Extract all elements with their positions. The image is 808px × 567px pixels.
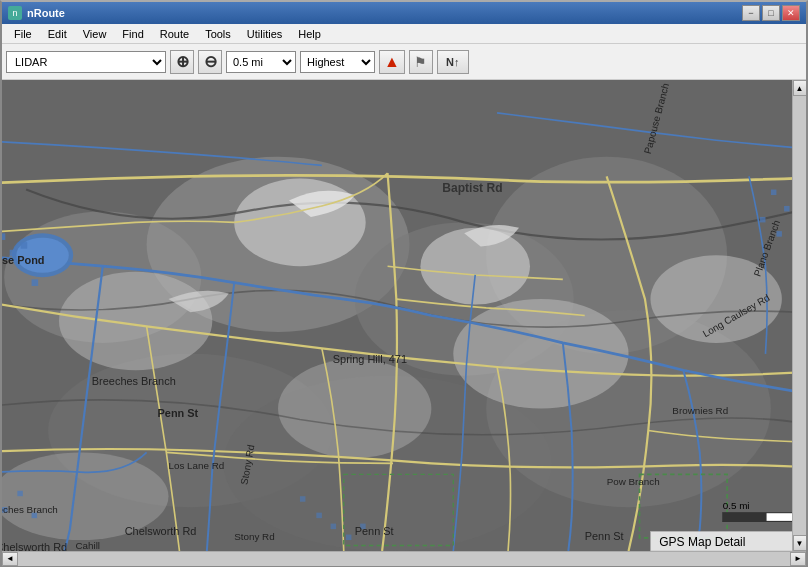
menu-tools[interactable]: Tools: [197, 26, 239, 42]
menu-edit[interactable]: Edit: [40, 26, 75, 42]
zoom-out-button[interactable]: ⊖: [198, 50, 222, 74]
quality-dropdown[interactable]: Lowest Low Medium High Highest: [300, 51, 375, 73]
menu-help[interactable]: Help: [290, 26, 329, 42]
scroll-track-horizontal[interactable]: [18, 552, 790, 566]
svg-text:Breeches Branch: Breeches Branch: [92, 375, 176, 387]
triangle-button[interactable]: ▲: [379, 50, 405, 74]
svg-point-10: [59, 272, 212, 371]
svg-rect-20: [21, 242, 28, 249]
menu-route[interactable]: Route: [152, 26, 197, 42]
svg-text:GPS Map Detail: GPS Map Detail: [659, 535, 745, 549]
svg-text:Penn St: Penn St: [355, 525, 394, 537]
menu-view[interactable]: View: [75, 26, 115, 42]
svg-text:Spring Hill, 471: Spring Hill, 471: [333, 353, 407, 365]
svg-text:Stony Rd: Stony Rd: [234, 531, 274, 542]
svg-text:Penn St: Penn St: [158, 407, 199, 419]
svg-rect-22: [32, 279, 39, 286]
svg-text:Los Lane Rd: Los Lane Rd: [169, 460, 225, 471]
svg-rect-33: [17, 491, 22, 496]
menu-file[interactable]: File: [6, 26, 40, 42]
svg-rect-64: [723, 513, 767, 522]
svg-rect-17: [2, 233, 5, 240]
svg-text:Breeches Branch: Breeches Branch: [2, 504, 58, 515]
route-flag-button[interactable]: ⚑: [409, 50, 433, 74]
svg-rect-38: [331, 524, 336, 529]
scroll-track-vertical[interactable]: [793, 96, 807, 535]
map-area: Baptist Rd Goose Pond Breeches Branch Sp…: [2, 80, 806, 551]
scroll-down-button[interactable]: ▼: [793, 535, 807, 551]
svg-rect-25: [760, 217, 765, 222]
scale-dropdown[interactable]: 0.1 mi 0.25 mi 0.5 mi 1 mi 2 mi: [226, 51, 296, 73]
svg-rect-39: [346, 535, 351, 540]
svg-point-11: [453, 299, 628, 409]
toolbar: LIDAR Topo Aerial Hybrid ⊕ ⊖ 0.1 mi 0.25…: [2, 44, 806, 80]
zoom-in-button[interactable]: ⊕: [170, 50, 194, 74]
title-bar: n nRoute − □ ✕: [2, 2, 806, 24]
close-button[interactable]: ✕: [782, 5, 800, 21]
north-up-button[interactable]: N↑: [437, 50, 469, 74]
svg-text:0.5 mi: 0.5 mi: [723, 500, 750, 511]
map-svg: Baptist Rd Goose Pond Breeches Branch Sp…: [2, 80, 806, 551]
scroll-right-button[interactable]: ►: [790, 552, 806, 566]
menu-bar: File Edit View Find Route Tools Utilitie…: [2, 24, 806, 44]
app-icon: n: [8, 6, 22, 20]
svg-text:Penn St: Penn St: [585, 530, 624, 542]
minimize-button[interactable]: −: [742, 5, 760, 21]
menu-utilities[interactable]: Utilities: [239, 26, 290, 42]
svg-text:Pow Branch: Pow Branch: [607, 476, 660, 487]
vertical-scrollbar[interactable]: ▲ ▼: [792, 80, 806, 551]
window-title: nRoute: [27, 7, 65, 19]
svg-text:Chelsworth Rd: Chelsworth Rd: [125, 525, 197, 537]
svg-text:Chelsworth Rd: Chelsworth Rd: [2, 541, 67, 551]
map-source-dropdown[interactable]: LIDAR Topo Aerial Hybrid: [6, 51, 166, 73]
title-bar-left: n nRoute: [8, 6, 65, 20]
map-container[interactable]: Baptist Rd Goose Pond Breeches Branch Sp…: [2, 80, 806, 551]
svg-text:Brownies Rd: Brownies Rd: [672, 405, 728, 416]
maximize-button[interactable]: □: [762, 5, 780, 21]
window-controls: − □ ✕: [742, 5, 800, 21]
svg-rect-37: [316, 513, 321, 518]
scroll-up-button[interactable]: ▲: [793, 80, 807, 96]
svg-point-8: [234, 179, 365, 267]
app-window: n nRoute − □ ✕ File Edit View Find Route…: [0, 0, 808, 567]
svg-text:Cahill: Cahill: [75, 540, 100, 551]
horizontal-scrollbar[interactable]: ◄ ►: [2, 551, 806, 565]
svg-rect-36: [300, 496, 305, 501]
scroll-left-button[interactable]: ◄: [2, 552, 18, 566]
svg-rect-23: [771, 190, 776, 195]
svg-text:Goose Pond: Goose Pond: [2, 254, 45, 266]
svg-point-13: [278, 359, 431, 458]
svg-rect-24: [784, 206, 789, 211]
menu-find[interactable]: Find: [114, 26, 151, 42]
svg-text:Baptist Rd: Baptist Rd: [442, 181, 502, 195]
